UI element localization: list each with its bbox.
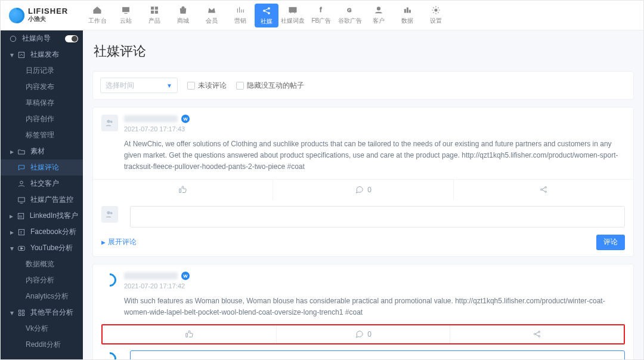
share-button[interactable] bbox=[453, 180, 633, 200]
topnav-fb-ads[interactable]: fFB广告 bbox=[307, 1, 336, 30]
brand-name: LIFISHER bbox=[28, 7, 68, 15]
avatar bbox=[101, 272, 118, 288]
svg-point-34 bbox=[107, 211, 110, 214]
caret-down-icon: ▾ bbox=[9, 244, 15, 253]
settings-icon bbox=[431, 5, 441, 15]
topnav-data[interactable]: 数据 bbox=[393, 1, 422, 30]
sidebar-item[interactable]: 内容分析 bbox=[1, 272, 83, 288]
sidebar-ad-monitor[interactable]: 社媒广告监控 bbox=[1, 192, 83, 208]
sidebar-item[interactable]: 内容发布 bbox=[1, 79, 83, 95]
post-card: w 2021-07-20 17:17:42 With such features… bbox=[92, 264, 634, 359]
share-button[interactable] bbox=[450, 325, 624, 343]
svg-text:in: in bbox=[19, 214, 22, 218]
topnav-g-ads[interactable]: G谷歌广告 bbox=[336, 1, 364, 30]
sidebar-item[interactable]: 内容创作 bbox=[1, 111, 83, 127]
post-timestamp: 2021-07-20 17:17:42 bbox=[124, 282, 625, 290]
sidebar-linkedin[interactable]: ▸ in LinkedIn找客户 bbox=[1, 208, 83, 224]
sidebar-item[interactable]: 日历记录 bbox=[1, 63, 83, 79]
topnav-workspace[interactable]: 工作台 bbox=[83, 1, 112, 30]
svg-point-18 bbox=[20, 181, 23, 184]
caret-right-icon: ▸ bbox=[9, 212, 14, 220]
topnav-member[interactable]: 会员 bbox=[197, 1, 226, 30]
sidebar-material[interactable]: ▸ 素材 bbox=[1, 143, 83, 159]
chevron-down-icon: ▼ bbox=[166, 82, 172, 89]
brand-logo: LIFISHER 小渔夫 bbox=[1, 7, 83, 23]
sidebar-youtube[interactable]: ▾ YouTube分析 bbox=[1, 240, 83, 256]
svg-rect-3 bbox=[151, 11, 154, 13]
sidebar-facebook[interactable]: ▸ f Facebook分析 bbox=[1, 224, 83, 240]
member-icon bbox=[207, 5, 216, 15]
sidebar-comments[interactable]: 社媒评论 bbox=[1, 159, 83, 176]
sidebar-item[interactable]: Reddit分析 bbox=[1, 337, 83, 353]
time-range-select[interactable]: 选择时间 ▼ bbox=[100, 78, 178, 93]
svg-rect-26 bbox=[22, 310, 24, 312]
svg-rect-2 bbox=[155, 7, 157, 10]
svg-rect-13 bbox=[407, 8, 408, 13]
data-icon bbox=[402, 5, 412, 15]
svg-rect-1 bbox=[151, 7, 154, 10]
reply-input[interactable] bbox=[130, 350, 625, 359]
comment-count[interactable]: 0 bbox=[273, 180, 453, 200]
svg-rect-14 bbox=[409, 10, 410, 13]
svg-text:f: f bbox=[20, 230, 21, 234]
svg-point-11 bbox=[377, 7, 380, 10]
post-body: At NewChic, we offer solutions of Clothi… bbox=[124, 139, 625, 173]
topnav-product[interactable]: 产品 bbox=[140, 1, 169, 30]
mall-icon bbox=[178, 5, 188, 15]
monitor-icon bbox=[17, 196, 26, 204]
sidebar-wizard[interactable]: 社媒向导 bbox=[1, 30, 83, 47]
comment-button[interactable]: 评论 bbox=[596, 235, 625, 250]
topnav-settings[interactable]: 设置 bbox=[422, 1, 450, 30]
post-action-bar: 0 bbox=[93, 179, 633, 200]
sidebar-social-customer[interactable]: 社交客户 bbox=[1, 176, 83, 192]
wizard-toggle[interactable] bbox=[65, 35, 78, 42]
sidebar-item[interactable]: Analytics分析 bbox=[1, 288, 83, 304]
topnav-social[interactable]: 社媒 bbox=[255, 4, 278, 27]
svg-point-33 bbox=[545, 191, 547, 193]
post-timestamp: 2021-07-20 17:17:43 bbox=[124, 125, 625, 133]
avatar bbox=[101, 115, 118, 131]
reply-input[interactable] bbox=[130, 206, 625, 227]
youtube-icon bbox=[17, 244, 26, 253]
caret-down-icon: ▾ bbox=[9, 51, 15, 59]
cloud-icon bbox=[121, 5, 131, 15]
comment-count[interactable]: 0 bbox=[276, 325, 450, 343]
sidebar-publish[interactable]: ▾ 社媒发布 bbox=[1, 47, 83, 63]
sidebar-item[interactable]: 标签管理 bbox=[1, 127, 83, 143]
topnav-cloud[interactable]: 云站 bbox=[112, 1, 140, 30]
svg-point-5 bbox=[264, 10, 265, 11]
sidebar-other[interactable]: ▾ 其他平台分析 bbox=[1, 304, 83, 321]
svg-rect-19 bbox=[18, 197, 25, 201]
top-nav: LIFISHER 小渔夫 工作台云站产品商城会员营销社媒社媒词盘fFB广告G谷歌… bbox=[1, 1, 643, 30]
topnav-social-rlb[interactable]: 社媒词盘 bbox=[278, 1, 307, 30]
svg-point-15 bbox=[435, 9, 437, 11]
post-body: With such features as Woman blouse, Woma… bbox=[124, 296, 625, 318]
topnav-marketing[interactable]: 营销 bbox=[226, 1, 255, 30]
vk-badge-icon: w bbox=[181, 272, 190, 280]
user-icon bbox=[17, 180, 26, 188]
post-action-bar: 0 bbox=[101, 324, 625, 344]
hide-no-interaction-checkbox[interactable]: 隐藏没互动的帖子 bbox=[236, 81, 304, 91]
sidebar-item[interactable]: 数据概览 bbox=[1, 256, 83, 272]
sidebar-item[interactable]: Vk分析 bbox=[1, 321, 83, 337]
svg-rect-25 bbox=[18, 310, 20, 312]
sidebar-item[interactable]: 草稿保存 bbox=[1, 95, 83, 111]
caret-right-icon: ▸ bbox=[9, 228, 15, 236]
svg-point-38 bbox=[538, 336, 540, 337]
like-button[interactable] bbox=[93, 180, 273, 200]
caret-right-icon: ▸ bbox=[9, 147, 15, 156]
edit-icon bbox=[17, 51, 26, 59]
expand-comments-link[interactable]: 展开评论 bbox=[101, 237, 137, 247]
like-button[interactable] bbox=[103, 325, 276, 343]
workspace-icon bbox=[92, 5, 102, 15]
customer-icon bbox=[374, 5, 383, 15]
svg-point-29 bbox=[107, 120, 110, 123]
svg-point-16 bbox=[10, 36, 16, 41]
vk-badge-icon: w bbox=[181, 115, 190, 123]
unread-checkbox[interactable]: 未读评论 bbox=[187, 81, 227, 91]
svg-point-35 bbox=[110, 212, 113, 214]
topnav-mall[interactable]: 商城 bbox=[169, 1, 197, 30]
svg-rect-28 bbox=[22, 313, 24, 316]
topnav-customer[interactable]: 客户 bbox=[364, 1, 393, 30]
svg-point-37 bbox=[538, 331, 540, 333]
